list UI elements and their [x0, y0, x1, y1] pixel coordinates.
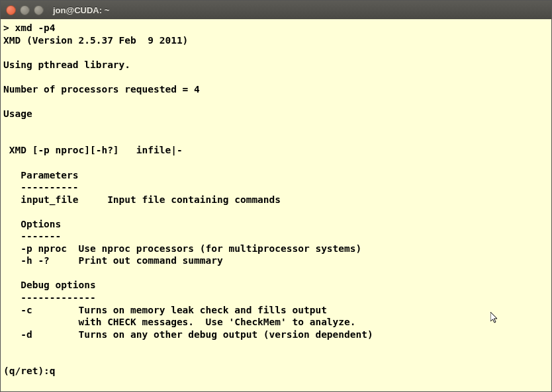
output-line: Using pthread library.: [3, 59, 130, 70]
minimize-icon[interactable]: [20, 5, 30, 15]
output-line: XMD (Version 2.5.37 Feb 9 2011): [3, 35, 188, 46]
output-line: -d Turns on any other debug output (vers…: [3, 329, 373, 340]
terminal-window: jon@CUDA: ~ > xmd -p4 XMD (Version 2.5.3…: [0, 0, 552, 392]
window-title: jon@CUDA: ~: [53, 5, 109, 15]
output-line: -------: [3, 231, 61, 241]
output-line: Options: [3, 219, 61, 229]
terminal-body[interactable]: > xmd -p4 XMD (Version 2.5.37 Feb 9 2011…: [1, 19, 551, 391]
output-line: Debug options: [3, 280, 96, 290]
typed-command: xmd -p4: [15, 22, 55, 33]
output-line: with CHECK messages. Use 'CheckMem' to a…: [3, 317, 356, 327]
window-controls: [6, 5, 44, 15]
prompt: >: [3, 22, 15, 33]
output-line: -------------: [3, 292, 96, 303]
pager-input[interactable]: q: [50, 366, 56, 376]
maximize-icon[interactable]: [34, 5, 44, 15]
output-line: -h -? Print out command summary: [3, 255, 223, 266]
output-line: Number of processors requested = 4: [3, 84, 200, 95]
output-line: XMD [-p nproc][-h?] infile|-: [3, 145, 183, 155]
output-line: Parameters: [3, 170, 79, 180]
titlebar[interactable]: jon@CUDA: ~: [1, 1, 551, 19]
close-icon[interactable]: [6, 5, 16, 15]
mouse-cursor-icon: [490, 312, 500, 325]
output-line: ----------: [3, 182, 79, 192]
pager-prompt: (q/ret):: [3, 366, 50, 376]
output-line: -c Turns on memory leak check and fills …: [3, 305, 327, 315]
output-line: -p nproc Use nproc processors (for multi…: [3, 243, 361, 254]
output-line: input_file Input file containing command…: [3, 194, 281, 205]
output-line: Usage: [3, 108, 32, 119]
